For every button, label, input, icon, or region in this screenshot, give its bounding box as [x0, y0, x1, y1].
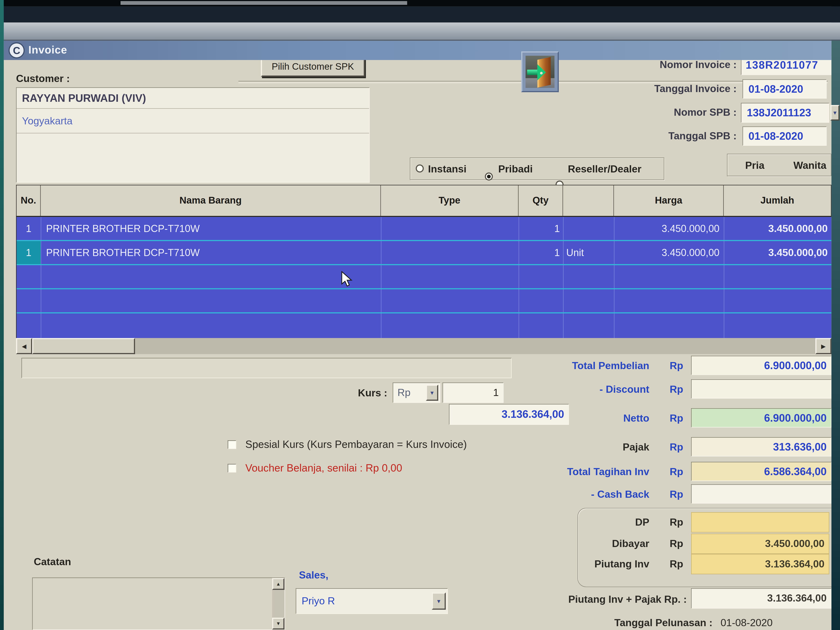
cash-back-field[interactable] — [691, 484, 831, 504]
tanggal-invoice-value: 01-08-2020 — [748, 83, 803, 95]
cell-nama: PRINTER BROTHER DCP-T710W — [41, 217, 381, 240]
dp-field[interactable] — [691, 512, 829, 532]
tanggal-invoice-field[interactable]: 01-08-2020 — [742, 79, 827, 99]
mouse-cursor — [341, 271, 354, 287]
cell-harga: 3.450.000,00 — [614, 217, 724, 240]
hscrollbar-left-button[interactable]: ◀ — [16, 338, 32, 354]
col-no: No. — [17, 185, 41, 216]
piutang-inv-field[interactable]: 3.136.364,00 — [691, 554, 829, 574]
discount-field[interactable] — [691, 379, 831, 399]
piutang-inv-label: Piutang Inv — [504, 558, 649, 570]
nomor-spb-label: Nomor SPB : — [616, 107, 737, 118]
table-row-empty[interactable] — [17, 289, 831, 313]
rp-label: Rp — [669, 441, 683, 453]
rp-label: Rp — [669, 412, 683, 424]
hscrollbar-thumb[interactable] — [32, 338, 135, 354]
hscrollbar-track[interactable] — [32, 338, 815, 354]
cell-unit: Unit — [563, 241, 614, 264]
piutang-pajak-field[interactable]: 3.136.364,00 — [691, 588, 831, 609]
cell-nama: PRINTER BROTHER DCP-T710W — [41, 241, 381, 264]
summary-strip — [21, 358, 512, 378]
title-bar[interactable]: C Invoice — [4, 41, 832, 60]
customer-city: Yogyakarta — [17, 109, 369, 133]
pajak-value: 313.636,00 — [773, 441, 827, 453]
netto-field[interactable]: 6.900.000,00 — [691, 408, 831, 428]
piutang-inv-value: 3.136.364,00 — [765, 558, 824, 570]
spesial-kurs-label[interactable]: Spesial Kurs (Kurs Pembayaran = Kurs Inv… — [245, 438, 467, 450]
customer-info-box[interactable]: RAYYAN PURWADI (VIV) Yogyakarta — [16, 87, 370, 183]
total-pembelian-field[interactable]: 6.900.000,00 — [691, 356, 831, 375]
customer-label: Customer : — [16, 73, 70, 85]
kurs-label: Kurs : — [307, 387, 387, 399]
nomor-spb-dropdown-button[interactable]: ▼ — [830, 105, 839, 120]
monitor-bezel-right — [832, 0, 840, 630]
dp-label: DP — [504, 516, 649, 528]
sales-dropdown-button[interactable]: ▼ — [432, 592, 446, 609]
rp-label: Rp — [669, 516, 683, 528]
radio-pribadi-label[interactable]: Pribadi — [498, 163, 533, 175]
radio-pribadi[interactable] — [485, 172, 493, 180]
rp-label: Rp — [669, 489, 683, 501]
kurs-currency-dropdown-button[interactable]: ▼ — [426, 385, 438, 401]
kurs-rate-input[interactable]: 1 — [442, 382, 504, 403]
cell-harga: 3.450.000,00 — [614, 241, 724, 264]
total-tagihan-label: Total Tagihan Inv — [504, 466, 649, 478]
table-row[interactable]: 1 PRINTER BROTHER DCP-T710W 1 Unit 3.450… — [17, 241, 831, 265]
netto-value: 6.900.000,00 — [764, 412, 827, 424]
voucher-checkbox[interactable] — [228, 464, 236, 472]
exit-door-icon[interactable] — [521, 52, 559, 92]
monitor-bezel-navy — [0, 6, 840, 23]
table-row[interactable]: 1 PRINTER BROTHER DCP-T710W 1 3.450.000,… — [17, 217, 831, 241]
cell-no: 1 — [17, 217, 41, 240]
app-icon: C — [8, 43, 25, 58]
cell-jumlah: 3.450.000,00 — [724, 241, 831, 264]
monitor-bezel-left — [0, 0, 4, 630]
col-unit — [563, 185, 614, 216]
sales-label: Sales, — [299, 569, 328, 581]
pajak-field[interactable]: 313.636,00 — [691, 437, 831, 456]
rp-label: Rp — [669, 384, 683, 395]
spesial-kurs-checkbox[interactable] — [228, 441, 236, 449]
tanggal-spb-label: Tanggal SPB : — [616, 130, 737, 142]
photo-of-monitor: C Invoice Customer : RAYYAN PURWADI (VIV… — [0, 0, 840, 630]
rp-label: Rp — [669, 466, 683, 478]
cash-back-label: - Cash Back — [504, 489, 649, 501]
total-tagihan-value: 6.586.364,00 — [764, 465, 827, 478]
cell-qty: 1 — [518, 217, 563, 240]
window-title: Invoice — [28, 44, 67, 56]
table-row-empty[interactable] — [17, 265, 831, 289]
sales-value: Priyo R — [302, 595, 335, 607]
total-tagihan-field[interactable]: 6.586.364,00 — [691, 462, 831, 481]
discount-label: - Discount — [504, 384, 649, 395]
radio-pria-label[interactable]: Pria — [745, 160, 764, 171]
nomor-invoice-label: Nomor Invoice : — [616, 59, 737, 71]
piutang-pajak-label: Piutang Inv + Pajak Rp. : — [461, 594, 687, 605]
nomor-spb-field[interactable]: 138J2011123 — [741, 103, 829, 123]
customer-name: RAYYAN PURWADI (VIV) — [17, 88, 369, 109]
radio-reseller-dealer-label[interactable]: Reseller/Dealer — [568, 163, 641, 175]
col-harga: Harga — [614, 185, 724, 216]
catatan-textarea[interactable]: ▲ ▼ — [32, 578, 285, 630]
radio-wanita-label[interactable]: Wanita — [793, 160, 826, 171]
netto-label: Netto — [504, 412, 649, 424]
tanggal-spb-value: 01-08-2020 — [748, 130, 803, 142]
cell-unit — [563, 217, 614, 240]
table-row-empty[interactable] — [17, 313, 831, 338]
items-table-body[interactable]: 1 PRINTER BROTHER DCP-T710W 1 3.450.000,… — [16, 217, 832, 338]
hscrollbar-right-button[interactable]: ▶ — [815, 338, 832, 354]
radio-instansi[interactable] — [416, 164, 424, 173]
tanggal-invoice-label: Tanggal Invoice : — [616, 83, 737, 95]
col-jumlah: Jumlah — [724, 185, 831, 216]
rp-label: Rp — [669, 558, 683, 570]
voucher-label[interactable]: Voucher Belanja, senilai : Rp 0,00 — [245, 462, 402, 474]
catatan-label: Catatan — [34, 556, 71, 568]
catatan-scroll-up-button[interactable]: ▲ — [272, 578, 284, 590]
tanggal-spb-field[interactable]: 01-08-2020 — [742, 126, 827, 146]
screen-top-glare — [0, 22, 840, 41]
sales-select[interactable]: Priyo R — [296, 588, 448, 614]
radio-instansi-label[interactable]: Instansi — [428, 163, 467, 175]
rp-label: Rp — [669, 538, 683, 549]
catatan-scroll-down-button[interactable]: ▼ — [272, 618, 284, 629]
dibayar-field[interactable]: 3.450.000,00 — [691, 534, 829, 554]
col-nama-barang: Nama Barang — [41, 185, 381, 216]
